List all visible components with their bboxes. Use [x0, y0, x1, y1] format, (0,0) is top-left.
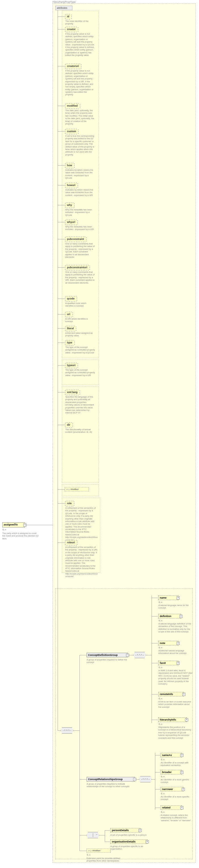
- connector: [58, 731, 61, 731]
- plus-icon[interactable]: +: [177, 661, 180, 665]
- elem-hierarchyinfo[interactable]: hierarchyInfo + 0..∞: [159, 717, 187, 722]
- card: 0..∞: [159, 723, 162, 725]
- attr-label: pubconstraint: [67, 238, 84, 241]
- card: 0..∞: [159, 698, 162, 700]
- connector: [58, 314, 65, 314]
- elem-label: personDetails: [112, 829, 129, 832]
- sequence-compositor[interactable]: [61, 727, 73, 734]
- attr-doc: A free-text value assigned as property v…: [65, 332, 95, 337]
- elem-doc: A group of properties specific to an org…: [110, 845, 150, 850]
- attr-modified[interactable]: modified: [65, 103, 80, 108]
- any-name: ##other: [70, 488, 79, 491]
- connector: [155, 808, 160, 808]
- attr-typeuri[interactable]: typeuri: [65, 363, 77, 368]
- elem-related[interactable]: related + 0..∞: [161, 805, 182, 810]
- attr-doc: The directionality of textual content (e…: [65, 428, 95, 434]
- elem-any-other[interactable]: any ##other 0..∞: [87, 848, 111, 853]
- card: 0..∞: [159, 620, 162, 622]
- type-name-header: Flex1PartyPropType: [53, 1, 76, 3]
- any-prefix: any: [66, 488, 70, 491]
- elem-organisationdetails[interactable]: organisationDetails +: [110, 839, 147, 844]
- attr-doc: A refinement of the semantics of the pro…: [65, 507, 98, 541]
- attr-dir[interactable]: dir: [65, 423, 72, 427]
- attr-creatoruri[interactable]: creatoruri: [65, 64, 81, 68]
- elem-note[interactable]: note + 0..∞: [159, 641, 178, 645]
- elem-doc: A natural language name for the concept.: [159, 604, 193, 610]
- connector: [80, 851, 87, 851]
- attr-why[interactable]: why: [65, 203, 74, 207]
- plus-icon[interactable]: +: [180, 771, 183, 774]
- elem-label: definition: [160, 615, 171, 618]
- attr-label: how: [67, 164, 72, 167]
- plus-icon[interactable]: +: [177, 596, 180, 599]
- plus-icon[interactable]: +: [185, 718, 188, 721]
- plus-icon[interactable]: +: [180, 806, 183, 809]
- elem-sameas[interactable]: sameAs + 0..∞: [161, 753, 182, 757]
- elem-label: remoteInfo: [160, 693, 173, 695]
- elem-label: narrower: [162, 788, 173, 790]
- attr-type[interactable]: type: [65, 340, 74, 345]
- connector: [105, 830, 110, 831]
- elem-persondetails[interactable]: personDetails +: [110, 828, 140, 833]
- elem-broader[interactable]: broader + 0..∞: [161, 770, 182, 774]
- elem-doc: A natural language definition of the sem…: [159, 622, 193, 633]
- plus-icon[interactable]: +: [182, 693, 186, 696]
- attr-label: creatoruri: [67, 65, 79, 67]
- root-element-box[interactable]: assignedTo − 0..∞: [2, 522, 25, 527]
- elem-label: broader: [162, 771, 172, 774]
- connector: [128, 655, 134, 655]
- concept-definition-group[interactable]: ConceptDefinitionGroup −: [87, 653, 128, 657]
- attr-id[interactable]: id: [65, 14, 71, 19]
- elem-doc: An identifier of a more generic concept.: [161, 778, 193, 784]
- attr-qcode[interactable]: qcode: [65, 296, 76, 301]
- attr-any-other[interactable]: any ##other: [65, 487, 89, 491]
- attributes-header[interactable]: attributes: [55, 6, 73, 10]
- attr-whyuri[interactable]: whyuri: [65, 220, 77, 224]
- attr-xml-lang[interactable]: xml:lang: [65, 390, 79, 395]
- plus-icon[interactable]: +: [179, 615, 182, 618]
- connector: [80, 655, 87, 655]
- sequence-compositor[interactable]: 0..∞: [139, 776, 151, 782]
- sequence-compositor[interactable]: 0..∞: [134, 652, 146, 658]
- connector: [58, 205, 65, 205]
- attr-label: roleuri: [67, 541, 75, 544]
- concept-relationships-group[interactable]: ConceptRelationshipsGroup −: [87, 777, 135, 781]
- attr-howuri[interactable]: howuri: [65, 183, 77, 187]
- attr-label: pubconstrainturi: [67, 266, 87, 269]
- attr-roleuri[interactable]: roleuri: [65, 540, 77, 545]
- elem-definition[interactable]: definition + 0..∞: [159, 614, 181, 618]
- elem-label: note: [160, 642, 165, 645]
- connector: [151, 720, 158, 720]
- attr-label: typeuri: [67, 364, 76, 367]
- connector: [151, 598, 158, 598]
- elem-remoteinfo[interactable]: remoteInfo + 0..∞: [159, 692, 184, 696]
- elem-doc: In NAR 1.8 and later, facet is deprecate…: [159, 669, 193, 685]
- attr-doc: A URI which identifies a concept.: [65, 318, 95, 323]
- attr-pubconstrainturi[interactable]: pubconstrainturi: [65, 265, 89, 270]
- attr-creator[interactable]: creator: [65, 27, 78, 31]
- choice-compositor[interactable]: 0..1: [87, 832, 99, 838]
- connector: [58, 222, 65, 222]
- plus-icon[interactable]: +: [177, 642, 180, 645]
- attr-pubconstraint[interactable]: pubconstraint: [65, 237, 86, 241]
- attr-literal[interactable]: literal: [65, 326, 76, 331]
- attr-custom[interactable]: custom: [65, 129, 78, 133]
- elem-label: organisationDetails: [112, 840, 136, 843]
- attr-how[interactable]: how: [65, 163, 74, 167]
- elem-doc: Additional natural language information …: [159, 649, 193, 655]
- connector: [99, 835, 105, 835]
- attr-uri[interactable]: uri: [65, 312, 72, 316]
- plus-icon[interactable]: +: [182, 788, 185, 791]
- attr-role[interactable]: role: [65, 501, 74, 505]
- plus-icon[interactable]: +: [180, 754, 183, 757]
- connector: [58, 106, 65, 106]
- attr-doc: Why the metadata has been included - exp…: [65, 225, 95, 231]
- elem-narrower[interactable]: narrower + 0..∞: [161, 787, 183, 792]
- elem-facet[interactable]: facet + 0..∞: [159, 661, 178, 665]
- connector: [58, 10, 58, 572]
- plus-icon[interactable]: +: [146, 840, 149, 843]
- plus-icon[interactable]: +: [139, 829, 142, 832]
- elem-name[interactable]: name + 0..∞: [159, 595, 178, 600]
- attr-label: id: [67, 15, 69, 18]
- root-cardinality: 0..∞: [3, 529, 6, 531]
